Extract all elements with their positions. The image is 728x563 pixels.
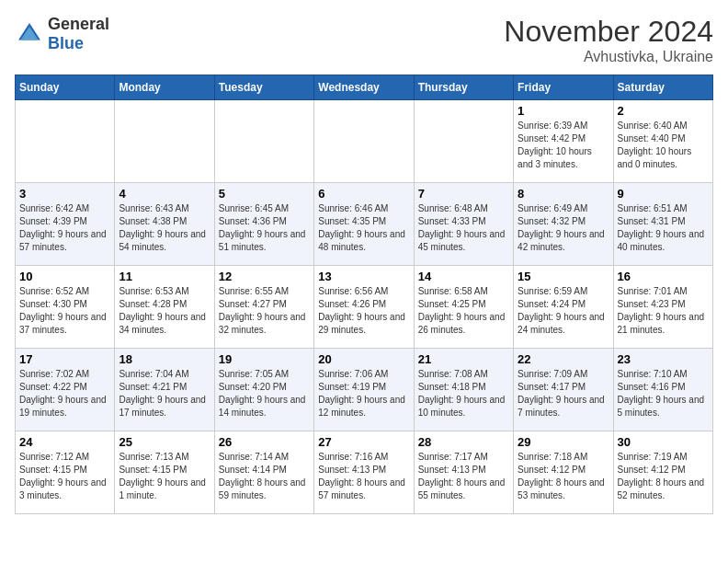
day-number: 3 [19, 187, 110, 201]
calendar-cell: 9Sunrise: 6:51 AMSunset: 4:31 PMDaylight… [613, 183, 712, 266]
day-info: Sunrise: 6:53 AMSunset: 4:28 PMDaylight:… [119, 285, 210, 337]
day-number: 23 [618, 352, 709, 366]
day-number: 10 [19, 270, 110, 283]
calendar-cell [16, 100, 115, 183]
calendar-week-5: 24Sunrise: 7:12 AMSunset: 4:15 PMDayligh… [16, 431, 713, 514]
calendar-cell: 3Sunrise: 6:42 AMSunset: 4:39 PMDaylight… [16, 183, 115, 266]
day-number: 2 [618, 104, 709, 118]
calendar-cell [414, 100, 513, 183]
day-info: Sunrise: 6:40 AMSunset: 4:40 PMDaylight:… [618, 120, 709, 171]
day-info: Sunrise: 7:01 AMSunset: 4:23 PMDaylight:… [618, 285, 709, 337]
day-info: Sunrise: 7:10 AMSunset: 4:16 PMDaylight:… [618, 368, 709, 419]
calendar-table: SundayMondayTuesdayWednesdayThursdayFrid… [15, 75, 713, 514]
day-number: 13 [318, 270, 409, 283]
day-number: 18 [119, 352, 210, 366]
day-number: 6 [318, 187, 409, 201]
calendar-cell: 5Sunrise: 6:45 AMSunset: 4:36 PMDaylight… [214, 183, 313, 266]
calendar-week-4: 17Sunrise: 7:02 AMSunset: 4:22 PMDayligh… [16, 349, 713, 431]
day-info: Sunrise: 7:05 AMSunset: 4:20 PMDaylight:… [219, 368, 310, 419]
day-number: 5 [219, 187, 310, 201]
day-info: Sunrise: 7:18 AMSunset: 4:12 PMDaylight:… [518, 451, 609, 502]
day-info: Sunrise: 6:58 AMSunset: 4:25 PMDaylight:… [418, 285, 509, 337]
day-info: Sunrise: 6:45 AMSunset: 4:36 PMDaylight:… [219, 202, 310, 254]
day-header-tuesday: Tuesday [214, 75, 313, 100]
day-number: 19 [219, 352, 310, 366]
day-info: Sunrise: 6:59 AMSunset: 4:24 PMDaylight:… [518, 285, 609, 337]
calendar-cell: 30Sunrise: 7:19 AMSunset: 4:12 PMDayligh… [613, 431, 712, 514]
day-info: Sunrise: 7:09 AMSunset: 4:17 PMDaylight:… [518, 368, 609, 419]
day-info: Sunrise: 7:12 AMSunset: 4:15 PMDaylight:… [19, 451, 110, 502]
day-info: Sunrise: 6:48 AMSunset: 4:33 PMDaylight:… [418, 202, 509, 254]
day-header-sunday: Sunday [16, 75, 115, 100]
calendar-cell: 8Sunrise: 6:49 AMSunset: 4:32 PMDaylight… [514, 183, 613, 266]
calendar-cell: 29Sunrise: 7:18 AMSunset: 4:12 PMDayligh… [514, 431, 613, 514]
calendar-cell: 24Sunrise: 7:12 AMSunset: 4:15 PMDayligh… [16, 431, 115, 514]
day-info: Sunrise: 7:08 AMSunset: 4:18 PMDaylight:… [418, 368, 509, 419]
day-info: Sunrise: 6:43 AMSunset: 4:38 PMDaylight:… [119, 202, 210, 254]
calendar-cell: 1Sunrise: 6:39 AMSunset: 4:42 PMDaylight… [514, 100, 613, 183]
logo-blue-text: Blue [48, 34, 109, 53]
day-number: 11 [119, 270, 210, 283]
day-header-wednesday: Wednesday [314, 75, 414, 100]
calendar-cell: 18Sunrise: 7:04 AMSunset: 4:21 PMDayligh… [115, 349, 214, 431]
logo: General Blue [15, 15, 109, 53]
calendar-cell: 22Sunrise: 7:09 AMSunset: 4:17 PMDayligh… [514, 349, 613, 431]
calendar-body: 1Sunrise: 6:39 AMSunset: 4:42 PMDaylight… [16, 100, 713, 514]
day-number: 17 [19, 352, 110, 366]
day-info: Sunrise: 7:02 AMSunset: 4:22 PMDaylight:… [19, 368, 110, 419]
calendar-header: SundayMondayTuesdayWednesdayThursdayFrid… [16, 75, 713, 100]
calendar-week-1: 1Sunrise: 6:39 AMSunset: 4:42 PMDaylight… [16, 100, 713, 183]
day-number: 1 [518, 104, 609, 118]
day-info: Sunrise: 7:16 AMSunset: 4:13 PMDaylight:… [318, 451, 409, 502]
calendar-week-2: 3Sunrise: 6:42 AMSunset: 4:39 PMDaylight… [16, 183, 713, 266]
day-info: Sunrise: 6:49 AMSunset: 4:32 PMDaylight:… [518, 202, 609, 254]
day-info: Sunrise: 7:14 AMSunset: 4:14 PMDaylight:… [219, 451, 310, 502]
calendar-cell: 10Sunrise: 6:52 AMSunset: 4:30 PMDayligh… [16, 266, 115, 349]
day-header-saturday: Saturday [613, 75, 712, 100]
location: Avhustivka, Ukraine [504, 49, 713, 65]
calendar-cell: 2Sunrise: 6:40 AMSunset: 4:40 PMDaylight… [613, 100, 712, 183]
calendar-cell: 12Sunrise: 6:55 AMSunset: 4:27 PMDayligh… [214, 266, 313, 349]
day-number: 8 [518, 187, 609, 201]
logo-icon [15, 19, 44, 49]
calendar-cell: 27Sunrise: 7:16 AMSunset: 4:13 PMDayligh… [314, 431, 414, 514]
day-info: Sunrise: 6:46 AMSunset: 4:35 PMDaylight:… [318, 202, 409, 254]
day-number: 24 [19, 435, 110, 449]
day-info: Sunrise: 6:56 AMSunset: 4:26 PMDaylight:… [318, 285, 409, 337]
day-number: 22 [518, 352, 609, 366]
calendar-cell: 28Sunrise: 7:17 AMSunset: 4:13 PMDayligh… [414, 431, 513, 514]
calendar-cell: 26Sunrise: 7:14 AMSunset: 4:14 PMDayligh… [214, 431, 313, 514]
title-block: November 2024 Avhustivka, Ukraine [504, 15, 713, 65]
page-header: General Blue November 2024 Avhustivka, U… [15, 15, 713, 65]
calendar-cell: 25Sunrise: 7:13 AMSunset: 4:15 PMDayligh… [115, 431, 214, 514]
day-info: Sunrise: 6:51 AMSunset: 4:31 PMDaylight:… [618, 202, 709, 254]
day-number: 30 [618, 435, 709, 449]
day-info: Sunrise: 7:04 AMSunset: 4:21 PMDaylight:… [119, 368, 210, 419]
calendar-cell [214, 100, 313, 183]
header-row: SundayMondayTuesdayWednesdayThursdayFrid… [16, 75, 713, 100]
calendar-cell: 13Sunrise: 6:56 AMSunset: 4:26 PMDayligh… [314, 266, 414, 349]
day-info: Sunrise: 6:55 AMSunset: 4:27 PMDaylight:… [219, 285, 310, 337]
calendar-cell: 11Sunrise: 6:53 AMSunset: 4:28 PMDayligh… [115, 266, 214, 349]
calendar-cell [115, 100, 214, 183]
day-number: 20 [318, 352, 409, 366]
day-info: Sunrise: 7:13 AMSunset: 4:15 PMDaylight:… [119, 451, 210, 502]
calendar-week-3: 10Sunrise: 6:52 AMSunset: 4:30 PMDayligh… [16, 266, 713, 349]
calendar-cell: 6Sunrise: 6:46 AMSunset: 4:35 PMDaylight… [314, 183, 414, 266]
day-number: 27 [318, 435, 409, 449]
day-number: 7 [418, 187, 509, 201]
day-number: 26 [219, 435, 310, 449]
day-number: 21 [418, 352, 509, 366]
day-info: Sunrise: 6:42 AMSunset: 4:39 PMDaylight:… [19, 202, 110, 254]
calendar-cell: 7Sunrise: 6:48 AMSunset: 4:33 PMDaylight… [414, 183, 513, 266]
day-number: 4 [119, 187, 210, 201]
calendar-cell: 14Sunrise: 6:58 AMSunset: 4:25 PMDayligh… [414, 266, 513, 349]
day-info: Sunrise: 7:17 AMSunset: 4:13 PMDaylight:… [418, 451, 509, 502]
calendar-cell: 23Sunrise: 7:10 AMSunset: 4:16 PMDayligh… [613, 349, 712, 431]
logo-text: General Blue [48, 15, 109, 53]
day-number: 15 [518, 270, 609, 283]
day-number: 14 [418, 270, 509, 283]
day-number: 12 [219, 270, 310, 283]
calendar-cell: 17Sunrise: 7:02 AMSunset: 4:22 PMDayligh… [16, 349, 115, 431]
calendar-cell: 19Sunrise: 7:05 AMSunset: 4:20 PMDayligh… [214, 349, 313, 431]
